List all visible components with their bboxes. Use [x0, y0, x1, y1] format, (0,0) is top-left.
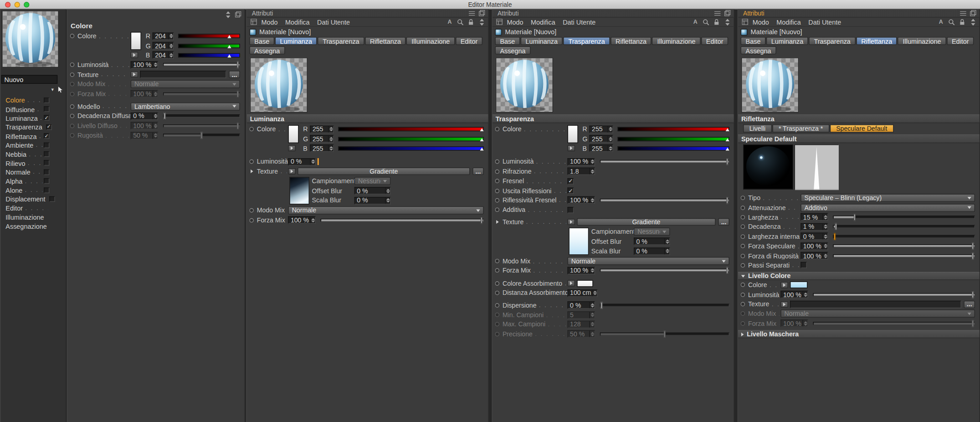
- attribute-mode-icon[interactable]: [495, 18, 503, 26]
- filter-a-icon[interactable]: A: [446, 18, 454, 26]
- menu-modo[interactable]: Modo: [503, 18, 527, 26]
- expand-triangle-icon[interactable]: [741, 332, 744, 336]
- tab-riflettanza[interactable]: Riflettanza: [611, 37, 652, 45]
- tab-assegna[interactable]: Assegna: [741, 46, 776, 55]
- expand-color-arrow-icon[interactable]: [288, 145, 295, 151]
- attenuazione-dropdown[interactable]: Additivo: [800, 204, 975, 212]
- forza-mix-slider[interactable]: [600, 269, 729, 273]
- decadenza-spinner[interactable]: 1 %: [800, 223, 828, 231]
- collapse-triangle-icon[interactable]: [741, 275, 745, 277]
- luminosita-slider[interactable]: [813, 293, 975, 296]
- scala-blur-spinner[interactable]: 0 %: [354, 197, 391, 204]
- lock-icon[interactable]: [713, 18, 721, 26]
- panel-menu-icon[interactable]: [713, 10, 721, 17]
- texture-browse-button[interactable]: ...: [718, 218, 729, 226]
- r-value-spinner[interactable]: 255: [590, 125, 613, 133]
- attribute-mode-icon[interactable]: [249, 18, 257, 26]
- tab-assegna[interactable]: Assegna: [249, 46, 285, 55]
- texture-shader-button[interactable]: Gradiente: [577, 218, 716, 226]
- forza-speculare-spinner[interactable]: 100 %: [800, 242, 828, 250]
- rifrazione-spinner[interactable]: 1.8: [568, 168, 595, 175]
- decadenza-diffusa-slider[interactable]: [163, 114, 240, 118]
- forza-speculare-slider[interactable]: [833, 245, 975, 248]
- channel-checkbox[interactable]: [44, 98, 49, 103]
- tipo-dropdown[interactable]: Speculare – Blinn (Legacy): [800, 194, 975, 202]
- channel-item-editor[interactable]: Editor: [0, 204, 66, 213]
- dispersione-spinner[interactable]: 0 %: [568, 301, 595, 309]
- b-slider[interactable]: [617, 146, 729, 151]
- g-value-spinner[interactable]: 204: [153, 42, 174, 49]
- decadenza-diffusa-spinner[interactable]: 0 %: [131, 113, 158, 120]
- forza-mix-spinner[interactable]: 100 %: [288, 216, 315, 224]
- campionamento-dropdown[interactable]: Nessuno: [634, 228, 670, 236]
- passi-separati-checkbox[interactable]: [800, 262, 807, 268]
- channel-item-trasparenza[interactable]: Trasparenza✓: [0, 123, 66, 132]
- param-circle-icon[interactable]: [70, 34, 75, 38]
- tab-trasparenza[interactable]: Trasparenza: [318, 37, 364, 45]
- channel-item-assegnazione[interactable]: Assegnazione: [0, 221, 66, 231]
- channel-item-alpha[interactable]: Alpha: [0, 177, 66, 186]
- history-arrows-icon[interactable]: [969, 18, 977, 26]
- b-value-spinner[interactable]: 204: [153, 51, 174, 59]
- spinner-arrows-icon[interactable]: [168, 42, 173, 49]
- b-slider[interactable]: [178, 53, 240, 58]
- larghezza-interna-slider[interactable]: [833, 235, 975, 238]
- gradient-preview[interactable]: [289, 177, 309, 204]
- layer-color-swatch[interactable]: [790, 282, 807, 288]
- max-campioni-spinner[interactable]: 128: [568, 321, 595, 328]
- b-value-spinner[interactable]: 255: [590, 145, 613, 152]
- channel-checkbox[interactable]: [44, 187, 49, 193]
- tab-illuminazione[interactable]: Illuminazione: [898, 37, 946, 45]
- texture-shader-button[interactable]: Gradiente: [298, 168, 470, 175]
- material-preview[interactable]: [496, 57, 553, 113]
- tab-riflettanza[interactable]: Riflettanza: [856, 37, 897, 45]
- additiva-checkbox[interactable]: [568, 207, 574, 213]
- color-swatch[interactable]: [131, 32, 141, 50]
- luminosita-spinner[interactable]: 100 %: [780, 291, 808, 298]
- r-slider[interactable]: [338, 127, 484, 132]
- distanza-assorbimento-spinner[interactable]: 100 cm: [568, 289, 598, 297]
- livello-diffuso-spinner[interactable]: 100 %: [131, 122, 158, 129]
- r-slider[interactable]: [178, 34, 240, 38]
- attribute-mode-icon[interactable]: [741, 18, 749, 26]
- luminosita-slider[interactable]: [163, 63, 240, 67]
- forza-mix-slider[interactable]: [813, 322, 975, 325]
- g-value-spinner[interactable]: 255: [590, 135, 613, 142]
- modello-dropdown[interactable]: Lambertiano: [131, 103, 240, 111]
- forza-mix-slider[interactable]: [321, 218, 484, 221]
- menu-dati-utente[interactable]: Dati Utente: [559, 18, 600, 26]
- history-arrows-icon[interactable]: [477, 18, 486, 26]
- decadenza-slider[interactable]: [833, 225, 975, 228]
- larghezza-interna-spinner[interactable]: 0 %: [800, 233, 828, 240]
- panel-menu-icon[interactable]: [959, 10, 967, 17]
- rugosita-slider[interactable]: [163, 134, 240, 137]
- channel-checkbox[interactable]: [44, 178, 49, 184]
- modo-mix-dropdown[interactable]: Normale: [780, 310, 975, 318]
- luminosita-slider[interactable]: [600, 160, 729, 164]
- tab-base[interactable]: Base: [249, 37, 274, 45]
- channel-item-nebbia[interactable]: Nebbia: [0, 149, 66, 159]
- sort-arrows-icon[interactable]: [224, 10, 232, 18]
- modo-mix-dropdown[interactable]: Normale: [288, 206, 483, 215]
- precisione-spinner[interactable]: 50 %: [568, 330, 595, 338]
- expand-color-arrow-icon[interactable]: [568, 280, 575, 287]
- pick-cursor-icon[interactable]: [56, 86, 64, 93]
- tab-trasparenza[interactable]: Trasparenza: [809, 37, 856, 45]
- channel-checkbox[interactable]: [44, 151, 49, 157]
- larghezza-slider[interactable]: [833, 216, 975, 219]
- absorption-color-swatch[interactable]: [577, 280, 593, 287]
- spinner-arrows-icon[interactable]: [168, 33, 173, 39]
- channel-checkbox[interactable]: [44, 142, 49, 148]
- lock-icon[interactable]: [467, 18, 475, 26]
- forza-mix-spinner[interactable]: 100 %: [568, 267, 595, 274]
- material-preview[interactable]: [741, 57, 799, 113]
- search-icon[interactable]: [702, 18, 710, 26]
- b-value-spinner[interactable]: 255: [310, 145, 334, 152]
- modo-mix-dropdown[interactable]: Normale: [131, 80, 240, 88]
- tab-editor[interactable]: Editor: [701, 37, 729, 45]
- tab-editor[interactable]: Editor: [947, 37, 974, 45]
- tab-base[interactable]: Base: [495, 37, 520, 45]
- livello-diffuso-slider[interactable]: [163, 124, 240, 128]
- forza-rugosita-slider[interactable]: [833, 254, 975, 257]
- channel-item-diffusione[interactable]: Diffusione: [0, 105, 66, 114]
